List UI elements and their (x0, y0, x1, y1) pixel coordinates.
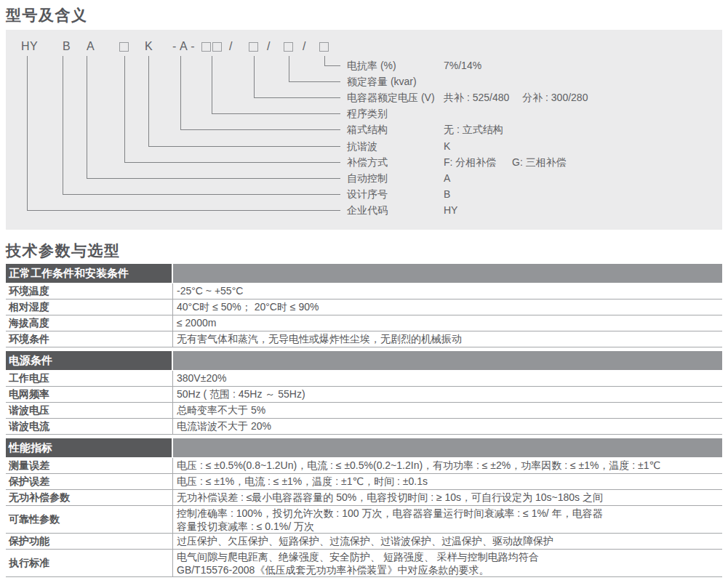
row-label: 可靠性参数 (6, 506, 173, 533)
connector-hline (212, 113, 340, 114)
model-code-part: B (63, 40, 71, 53)
table-row: 测量误差电压 : ≤ ±0.5%(0.8~1.2Un)，电流 : ≤ ±0.5%… (6, 458, 722, 474)
diagram-row-value: 共补 : 525/480 分补 : 300/280 (444, 91, 588, 104)
section-header-fill (173, 438, 722, 457)
diagram-row-value: K (444, 140, 450, 153)
model-diagram: HYBAK- A -///电抗率 (%)7%/14%额定容量 (kvar)电容器… (6, 30, 722, 230)
spec-table: 正常工作条件和安装条件环境温度-25°C ~ +55°C相对湿度40°C时 ≤ … (6, 264, 722, 577)
model-code-part: A (87, 40, 95, 53)
section-header-label: 正常工作条件和安装条件 (6, 264, 172, 283)
section-header-label: 性能指标 (6, 438, 172, 457)
table-section: 电源条件工作电压380V±20%电网频率50Hz ( 范围 : 45Hz ～ 5… (6, 351, 722, 435)
section-header: 电源条件 (6, 351, 722, 370)
row-value-line: 50Hz ( 范围 : 45Hz ～ 55Hz) (177, 387, 722, 402)
row-label: 保护误差 (6, 474, 173, 489)
connector-vline (148, 56, 149, 146)
row-value: -25°C ~ +55°C (173, 284, 722, 299)
model-code-placeholder-box (201, 42, 211, 52)
row-value-line: 电压 : ≤ ±0.5%(0.8~1.2Un)，电流 : ≤ ±0.5%(0.2… (177, 458, 722, 473)
table-section: 性能指标测量误差电压 : ≤ ±0.5%(0.8~1.2Un)，电流 : ≤ ±… (6, 438, 722, 577)
connector-hline (254, 97, 340, 98)
row-value: 380V±20% (173, 371, 722, 386)
table-section: 正常工作条件和安装条件环境温度-25°C ~ +55°C相对湿度40°C时 ≤ … (6, 264, 722, 347)
row-value: ≤ 2000m (173, 315, 722, 331)
row-value: 电气间隙与爬电距离、绝缘强度、安全防护、 短路强度、 采样与控制电路均符合GB/… (173, 550, 722, 576)
diagram-row-label: 设计序号 (347, 188, 388, 201)
table-row: 环境条件无有害气体和蒸汽，无导电性或爆炸性尘埃，无剧烈的机械振动 (6, 331, 722, 347)
connector-vline (289, 56, 289, 81)
section-header: 性能指标 (6, 438, 722, 457)
model-code-placeholder-box (284, 42, 293, 52)
diagram-row-value: 7%/14% (444, 59, 481, 72)
table-row: 无功补偿参数无功补偿误差 : ≤最小电容器容量的 50%，电容投切时间 : ≥ … (6, 490, 722, 506)
row-value: 总畸变率不大于 5% (173, 403, 722, 418)
row-value-line: 电气间隙与爬电距离、绝缘强度、安全防护、 短路强度、 采样与控制电路均符合 (177, 550, 722, 563)
connector-hline (148, 146, 340, 147)
connector-hline (289, 81, 340, 82)
row-value-line: 380V±20% (177, 371, 722, 386)
diagram-row-label: 电抗率 (%) (347, 59, 396, 72)
row-label: 相对湿度 (6, 299, 173, 315)
diagram-row-value: F: 分相补偿 G: 三相补偿 (444, 156, 567, 169)
page-title-model-meaning: 型号及含义 (6, 6, 728, 24)
diagram-row-value: A (444, 172, 450, 185)
row-value: 电压 : ≤ ±0.5%(0.8~1.2Un)，电流 : ≤ ±0.5%(0.2… (173, 458, 722, 473)
model-code-part: / (303, 40, 306, 53)
diagram-row-value: B (444, 188, 450, 201)
table-row: 电网频率50Hz ( 范围 : 45Hz ～ 55Hz) (6, 387, 722, 403)
connector-hline (27, 210, 340, 211)
row-label: 执行标准 (6, 550, 173, 576)
row-value-line: 总畸变率不大于 5% (177, 403, 722, 418)
row-value-line: 电流谐波不大于 20% (177, 419, 722, 434)
row-label: 保护功能 (6, 534, 173, 549)
diagram-row-label: 箱式结构 (347, 123, 388, 136)
section-header-label: 电源条件 (6, 351, 172, 370)
table-row: 保护误差电压 : ≤ ±1%，电流 : ≤ ±1%，温度 : ±1℃，时间 : … (6, 474, 722, 490)
row-label: 环境条件 (6, 331, 173, 347)
row-value-line: 容量投切衰减率 : ≤ 0.1%/ 万次 (177, 520, 722, 533)
connector-vline (180, 56, 181, 129)
connector-vline (212, 56, 212, 113)
model-code-part: / (229, 40, 233, 53)
row-value: 电流谐波不大于 20% (173, 419, 722, 434)
row-label: 谐波电压 (6, 403, 173, 418)
row-label: 测量误差 (6, 458, 173, 473)
diagram-row-label: 自动控制 (347, 172, 388, 185)
connector-hline (180, 129, 340, 130)
table-row: 谐波电流电流谐波不大于 20% (6, 419, 722, 435)
connector-vline (87, 56, 87, 178)
row-value-line: ≤ 2000m (177, 315, 722, 331)
model-code-part: HY (21, 40, 38, 53)
section-header: 正常工作条件和安装条件 (6, 264, 722, 283)
row-label: 工作电压 (6, 371, 173, 386)
connector-vline (27, 56, 28, 210)
diagram-row-label: 企业代码 (347, 204, 388, 217)
connector-vline (254, 56, 255, 97)
table-row: 环境温度-25°C ~ +55°C (6, 284, 722, 299)
row-label: 海拔高度 (6, 315, 173, 331)
connector-vline (63, 56, 63, 194)
row-value-line: 无功补偿误差 : ≤最小电容器容量的 50%，电容投切时间 : ≥ 10s，可自… (177, 490, 722, 505)
diagram-row-label: 补偿方式 (347, 156, 388, 169)
row-value-line: 40°C时 ≤ 50%； 20°C时 ≤ 90% (177, 299, 722, 315)
row-value-line: 控制准确率 : 100%，投切允许次数 : 100 万次，电容器容量运行时间衰减… (177, 507, 722, 520)
model-code-part: / (267, 40, 271, 53)
row-value-line: -25°C ~ +55°C (177, 284, 722, 299)
section-header-fill (173, 264, 722, 283)
connector-hline (63, 194, 340, 195)
diagram-row-label: 抗谐波 (347, 140, 377, 153)
diagram-row-label: 电容器额定电压 (V) (347, 91, 435, 104)
connector-vline (324, 56, 325, 65)
row-value: 过压保护、欠压保护、短路保护、过流保护、过谐波保护、过温保护、驱动故障保护 (173, 534, 722, 549)
row-value: 50Hz ( 范围 : 45Hz ～ 55Hz) (173, 387, 722, 402)
row-value: 无功补偿误差 : ≤最小电容器容量的 50%，电容投切时间 : ≥ 10s，可自… (173, 490, 722, 505)
row-label: 电网频率 (6, 387, 173, 402)
row-value: 电压 : ≤ ±1%，电流 : ≤ ±1%，温度 : ±1℃，时间 : ±0.1… (173, 474, 722, 489)
table-row: 工作电压380V±20% (6, 371, 722, 387)
model-code-part: K (145, 40, 153, 53)
row-value-line: 过压保护、欠压保护、短路保护、过流保护、过谐波保护、过温保护、驱动故障保护 (177, 534, 722, 549)
table-row: 执行标准电气间隙与爬电距离、绝缘强度、安全防护、 短路强度、 采样与控制电路均符… (6, 550, 722, 577)
diagram-row-value: HY (444, 204, 457, 217)
row-value: 控制准确率 : 100%，投切允许次数 : 100 万次，电容器容量运行时间衰减… (173, 506, 722, 533)
model-code-placeholder-box (119, 42, 129, 52)
